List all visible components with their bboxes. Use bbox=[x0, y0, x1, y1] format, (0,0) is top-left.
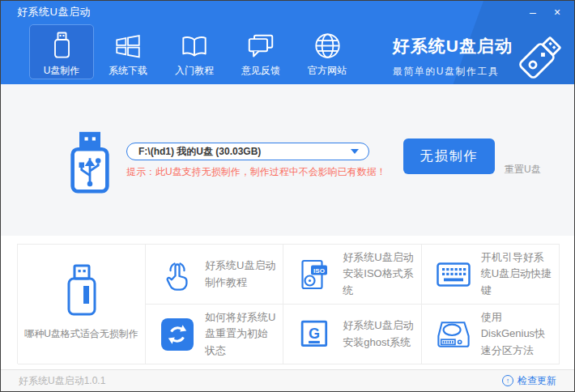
brand-subtitle: 最简单的U盘制作工具 bbox=[393, 65, 513, 79]
shortcut-label: 开机引导好系统U盘启动快捷键 bbox=[481, 249, 554, 298]
nav-item-label: 官方网站 bbox=[308, 64, 347, 78]
window-title: 好系统U盘启动 bbox=[1, 5, 91, 19]
header: 好系统U盘启动 – × U盘制作 bbox=[1, 1, 574, 84]
chevron-down-icon bbox=[351, 149, 359, 154]
drive-select-value: F:\(hd1) 我的U盘 (30.03GB) bbox=[138, 145, 351, 159]
brand-title: 好系统U盘启动 bbox=[393, 35, 513, 58]
iso-file-icon: ISO bbox=[298, 258, 332, 292]
usb-drive-icon bbox=[63, 264, 100, 317]
shortcut-label: 哪种U盘格式适合无损制作 bbox=[24, 327, 138, 341]
shortcut-diskgenius[interactable]: 使用DiskGenius快速分区方法 bbox=[422, 305, 560, 364]
check-update-label: 检查更新 bbox=[518, 374, 556, 388]
arrow-up-circle-icon: ↑ bbox=[502, 375, 513, 386]
make-button[interactable]: 无损制作 bbox=[403, 138, 495, 174]
shortcuts-section: 哪种U盘格式适合无损制作 好系统U盘启动制作教程 bbox=[1, 236, 574, 369]
app-window: 好系统U盘启动 – × U盘制作 bbox=[0, 0, 575, 392]
close-button[interactable]: × bbox=[545, 1, 569, 23]
feedback-icon bbox=[246, 32, 275, 59]
nav-bar: U盘制作 系统下载 bbox=[1, 23, 574, 84]
nav-item-official-site[interactable]: 官方网站 bbox=[295, 24, 360, 79]
reset-usb-link[interactable]: 重置U盘 bbox=[505, 163, 541, 177]
svg-text:G: G bbox=[309, 326, 320, 342]
svg-text:ISO: ISO bbox=[313, 266, 325, 274]
click-hand-icon bbox=[160, 258, 194, 292]
shortcut-label: 好系统U盘启动安装ghost系统 bbox=[343, 317, 415, 350]
shortcut-label: 使用DiskGenius快速分区方法 bbox=[481, 309, 554, 358]
book-icon bbox=[180, 32, 209, 59]
version-text: 好系统U盘启动1.0.1 bbox=[19, 374, 105, 388]
tip-text: 提示：此U盘支持无损制作，制作过程中不会影响已有数据！ bbox=[126, 165, 386, 179]
usb-stick-icon bbox=[513, 30, 568, 84]
title-bar: 好系统U盘启动 – × bbox=[1, 1, 574, 23]
shortcut-install-iso[interactable]: ISO 好系统U盘启动安装ISO格式系统 bbox=[283, 245, 421, 305]
disk-icon bbox=[437, 317, 471, 352]
refresh-icon bbox=[160, 317, 194, 352]
brand-block: 好系统U盘启动 最简单的U盘制作工具 bbox=[393, 33, 556, 80]
shortcut-label: 好系统U盘启动制作教程 bbox=[205, 258, 278, 290]
usb-flash-icon bbox=[70, 130, 110, 194]
minimize-button[interactable]: – bbox=[521, 1, 545, 23]
make-panel: F:\(hd1) 我的U盘 (30.03GB) 提示：此U盘支持无损制作，制作过… bbox=[1, 84, 574, 236]
shortcut-boot-hotkey[interactable]: 开机引导好系统U盘启动快捷键 bbox=[422, 245, 560, 305]
shortcut-reset-usb[interactable]: 如何将好系统U盘重置为初始状态 bbox=[146, 305, 283, 364]
nav-item-system-download[interactable]: 系统下载 bbox=[96, 24, 160, 79]
shortcuts-grid: 哪种U盘格式适合无损制作 好系统U盘启动制作教程 bbox=[17, 244, 560, 364]
windows-icon bbox=[115, 32, 141, 59]
check-update-link[interactable]: ↑ 检查更新 bbox=[502, 374, 556, 388]
nav-item-label: 入门教程 bbox=[175, 64, 214, 78]
ghost-g-icon: G bbox=[298, 317, 332, 352]
nav-item-label: U盘制作 bbox=[44, 64, 80, 78]
shortcut-install-ghost[interactable]: G 好系统U盘启动安装ghost系统 bbox=[283, 305, 421, 364]
window-controls: – × bbox=[521, 1, 569, 23]
nav-item-usb-make[interactable]: U盘制作 bbox=[29, 24, 94, 79]
shortcut-label: 如何将好系统U盘重置为初始状态 bbox=[205, 309, 278, 358]
nav-item-label: 系统下载 bbox=[109, 64, 147, 78]
nav-item-label: 意见反馈 bbox=[241, 64, 280, 78]
usb-drive-icon bbox=[52, 32, 72, 59]
shortcut-label: 好系统U盘启动安装ISO格式系统 bbox=[343, 249, 415, 298]
drive-select-dropdown[interactable]: F:\(hd1) 我的U盘 (30.03GB) bbox=[126, 143, 369, 160]
brand-text: 好系统U盘启动 最简单的U盘制作工具 bbox=[393, 35, 513, 79]
status-bar: 好系统U盘启动1.0.1 ↑ 检查更新 bbox=[1, 369, 574, 391]
shortcut-make-tutorial[interactable]: 好系统U盘启动制作教程 bbox=[146, 245, 283, 305]
keyboard-icon bbox=[437, 258, 471, 292]
nav-item-tutorial[interactable]: 入门教程 bbox=[162, 24, 227, 79]
globe-icon bbox=[314, 32, 341, 59]
nav-item-feedback[interactable]: 意见反馈 bbox=[228, 24, 293, 79]
shortcut-usb-format[interactable]: 哪种U盘格式适合无损制作 bbox=[18, 245, 146, 364]
